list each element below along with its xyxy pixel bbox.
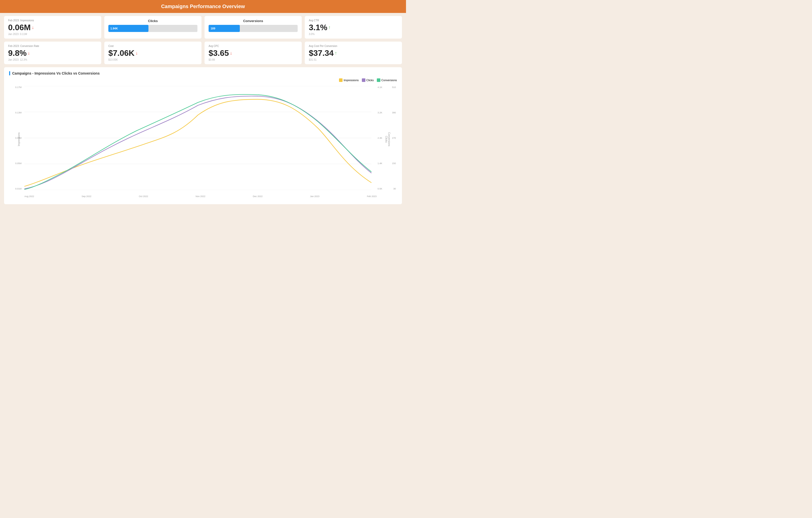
conversions-path [24, 94, 372, 189]
cost-arrow: ↓ [136, 51, 138, 56]
clicks-bar-label: 1.94K [110, 27, 118, 30]
avg-cpc-sub: $3.88 [209, 58, 298, 61]
conversions-legend-color [377, 79, 380, 82]
x-label-jan: Jan 2023 [310, 195, 319, 197]
avg-ctr-sub: 3.0% [309, 33, 398, 35]
conversion-rate-sub: Jan 2023: 12.3% [8, 58, 97, 61]
cost-card: Cost $7.06K ↓ $13.05K [104, 41, 201, 64]
avg-cpc-label: Avg CPC [209, 44, 298, 48]
chart-wrapper: Impressions Clicks Conversions 0.17M 0.1… [9, 79, 397, 200]
impressions-legend-color [339, 79, 343, 82]
metrics-row-2: Feb 2023: Conversion Rate 9.8% ↓ Jan 202… [0, 41, 406, 67]
conversions-bar-fill: 189 [209, 25, 240, 32]
x-axis: Aug 2022 Sep 2022 Oct 2022 Nov 2022 Dec … [24, 192, 377, 200]
conversions-card: Conversions 189 [205, 16, 302, 38]
impressions-sub: Jan 2023: 0.11M [8, 33, 97, 35]
avg-cost-conv-card: Avg Cost Per Conversion $37.34 ↑ $31.51 [305, 41, 402, 64]
conversion-rate-label: Feb 2023: Conversion Rate [8, 44, 97, 48]
cost-sub: $13.05K [108, 58, 197, 61]
avg-ctr-arrow: ↑ [328, 25, 331, 30]
conversion-rate-card: Feb 2023: Conversion Rate 9.8% ↓ Jan 202… [4, 41, 101, 64]
axis-title-clicks: Clicks [385, 136, 388, 143]
avg-ctr-label: Avg CTR [309, 19, 398, 22]
avg-ctr-card: Avg CTR 3.1% ↑ 3.0% [305, 16, 402, 38]
avg-cpc-arrow: ↓ [230, 51, 232, 56]
impressions-path [24, 99, 372, 186]
conversions-bar-container: 189 [209, 25, 298, 32]
chart-title: Campaigns - Impressions Vs Clicks vs Con… [9, 71, 397, 75]
axis-title-left: Impressions [18, 132, 20, 146]
conversions-bar-label: 189 [211, 27, 215, 30]
clicks-bar-container: 1.94K [108, 25, 197, 32]
chart-legend: Impressions Clicks Conversions [339, 79, 397, 82]
page-title: Campaigns Performance Overview [161, 4, 245, 9]
conversion-rate-value: 9.8% ↓ [8, 49, 97, 58]
x-label-dec: Dec 2022 [253, 195, 263, 197]
x-label-aug: Aug 2022 [24, 195, 34, 197]
avg-cpc-card: Avg CPC $3.65 ↓ $3.88 [205, 41, 302, 64]
clicks-bar-fill: 1.94K [108, 25, 148, 32]
impressions-card: Feb 2023: Impressions 0.06M ↓ Jan 2023: … [4, 16, 101, 38]
avg-cost-conv-sub: $31.51 [309, 58, 398, 61]
avg-cost-conv-label: Avg Cost Per Conversion [309, 44, 398, 48]
x-label-oct: Oct 2022 [139, 195, 148, 197]
clicks-legend-color [362, 79, 366, 82]
conversions-title: Conversions [209, 19, 298, 23]
x-label-sep: Sep 2022 [82, 195, 92, 197]
impressions-value: 0.06M ↓ [8, 23, 97, 32]
cost-label: Cost [108, 44, 197, 48]
axis-title-conversions: Conversions [388, 132, 391, 146]
chart-section: Campaigns - Impressions Vs Clicks vs Con… [4, 67, 402, 204]
avg-cost-conv-arrow: ↑ [335, 51, 337, 56]
page-container: Campaigns Performance Overview Feb 2023:… [0, 0, 406, 204]
legend-impressions: Impressions [339, 79, 358, 82]
cost-value: $7.06K ↓ [108, 49, 197, 58]
legend-conversions: Conversions [377, 79, 397, 82]
avg-cpc-value: $3.65 ↓ [209, 49, 298, 58]
x-label-feb: Feb 2023 [367, 195, 377, 197]
avg-ctr-value: 3.1% ↑ [309, 23, 398, 32]
impressions-label: Feb 2023: Impressions [8, 19, 97, 22]
conversion-rate-arrow: ↓ [28, 51, 30, 56]
legend-clicks: Clicks [362, 79, 374, 82]
page-header: Campaigns Performance Overview [0, 0, 406, 13]
y-axis-left: 0.17M 0.13M 0.09M 0.05M 0.01M [9, 86, 23, 190]
x-label-nov: Nov 2022 [196, 195, 206, 197]
clicks-card: Clicks 1.94K [104, 16, 201, 38]
conversions-legend-label: Conversions [381, 79, 397, 82]
avg-cost-conv-value: $37.34 ↑ [309, 49, 398, 58]
clicks-path [24, 96, 372, 189]
impressions-arrow: ↓ [32, 25, 34, 30]
clicks-title: Clicks [108, 19, 197, 23]
chart-svg [24, 86, 372, 190]
clicks-legend-label: Clicks [367, 79, 374, 82]
impressions-legend-label: Impressions [344, 79, 358, 82]
metrics-row-1: Feb 2023: Impressions 0.06M ↓ Jan 2023: … [0, 13, 406, 41]
